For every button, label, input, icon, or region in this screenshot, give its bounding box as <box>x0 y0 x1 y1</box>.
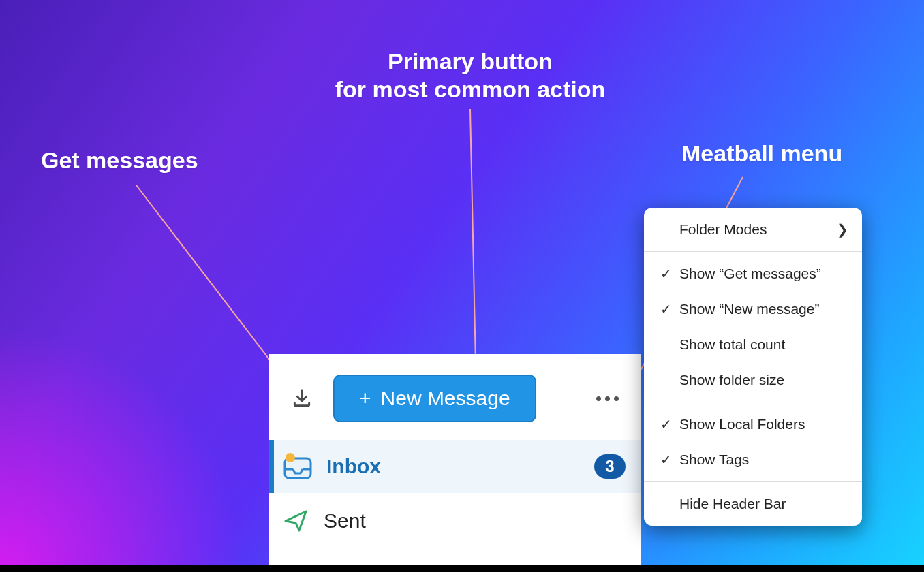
svg-point-10 <box>286 453 295 462</box>
download-icon <box>291 387 313 410</box>
check-icon: ✓ <box>656 266 675 282</box>
folder-sent-label: Sent <box>324 509 626 533</box>
menu-item-label: Show total count <box>675 336 848 353</box>
annotation-meatball-menu: Meatball menu <box>681 140 842 168</box>
meatball-menu-popup: Folder Modes ❯ ✓ Show “Get messages” ✓ S… <box>644 208 862 526</box>
meatball-dot-icon <box>596 396 601 401</box>
menu-item-label: Hide Header Bar <box>675 496 848 512</box>
get-messages-button[interactable] <box>288 385 315 412</box>
menu-item-label: Show folder size <box>675 372 848 388</box>
folder-pane: + New Message <box>269 354 641 572</box>
menu-item-label: Folder Modes <box>675 221 837 238</box>
new-message-label: New Message <box>381 387 510 410</box>
folder-inbox-badge: 3 <box>594 454 626 479</box>
annotation-primary-button: Primary button for most common action <box>300 48 641 104</box>
meatball-dot-icon <box>605 396 610 401</box>
meatball-menu-button[interactable] <box>596 390 621 408</box>
folder-list: Inbox 3 Sent <box>269 440 641 546</box>
menu-divider <box>644 251 862 252</box>
menu-divider <box>644 481 862 482</box>
menu-item-label: Show Tags <box>675 451 848 468</box>
check-icon: ✓ <box>656 451 675 468</box>
folder-inbox-label: Inbox <box>326 455 581 478</box>
menu-item-show-folder-size[interactable]: Show folder size <box>644 362 862 398</box>
chevron-right-icon: ❯ <box>837 221 848 238</box>
inbox-icon <box>283 453 313 480</box>
sent-icon <box>283 507 310 535</box>
check-icon: ✓ <box>656 416 675 432</box>
plus-icon: + <box>359 388 371 409</box>
menu-item-folder-modes[interactable]: Folder Modes ❯ <box>644 212 862 247</box>
menu-item-label: Show “Get messages” <box>675 266 848 282</box>
menu-item-show-get-messages[interactable]: ✓ Show “Get messages” <box>644 256 862 291</box>
folder-inbox[interactable]: Inbox 3 <box>269 440 641 493</box>
menu-item-label: Show “New message” <box>675 301 848 317</box>
folder-sent[interactable]: Sent <box>269 493 641 546</box>
menu-item-hide-header-bar[interactable]: Hide Header Bar <box>644 486 862 522</box>
menu-item-show-local-folders[interactable]: ✓ Show Local Folders <box>644 407 862 442</box>
folder-pane-toolbar: + New Message <box>269 354 641 440</box>
menu-item-show-new-message[interactable]: ✓ Show “New message” <box>644 291 862 327</box>
new-message-button[interactable]: + New Message <box>333 375 536 422</box>
svg-line-2 <box>470 109 476 364</box>
menu-divider <box>644 402 862 402</box>
annotation-get-messages: Get messages <box>41 146 198 174</box>
meatball-dot-icon <box>614 396 619 401</box>
check-icon: ✓ <box>656 301 675 317</box>
menu-item-show-tags[interactable]: ✓ Show Tags <box>644 442 862 477</box>
menu-item-show-total-count[interactable]: Show total count <box>644 327 862 362</box>
menu-item-label: Show Local Folders <box>675 416 848 432</box>
